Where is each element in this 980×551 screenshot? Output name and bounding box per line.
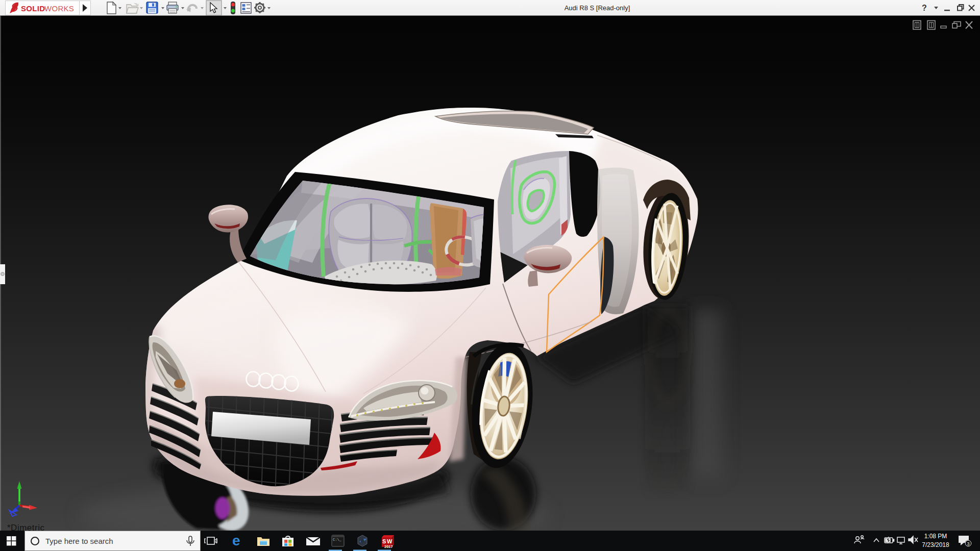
svg-text:S: S xyxy=(382,538,386,544)
svg-text:2017: 2017 xyxy=(384,544,393,549)
svg-text:e: e xyxy=(232,533,240,548)
svg-text:3: 3 xyxy=(967,541,970,546)
svg-text:SOLID: SOLID xyxy=(21,4,45,13)
svg-text:?: ? xyxy=(922,4,927,12)
svg-text:W: W xyxy=(387,538,393,544)
svg-text:WORKS: WORKS xyxy=(44,4,74,13)
svg-text:C:\_: C:\_ xyxy=(333,538,342,542)
